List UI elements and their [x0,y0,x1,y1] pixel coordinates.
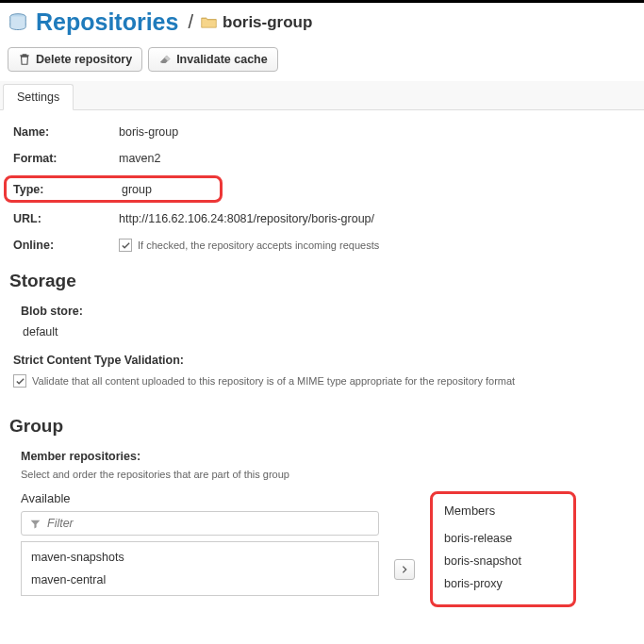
url-value: http://116.62.106.24:8081/repository/bor… [119,212,374,225]
member-repos-sub: Select and order the repositories that a… [21,469,631,480]
page-header: Repositories / boris-group [0,3,644,43]
tab-bar: Settings [0,81,644,110]
type-label: Type: [13,183,122,196]
available-heading: Available [21,491,379,505]
folder-group-icon [201,15,217,29]
tab-settings[interactable]: Settings [3,84,74,110]
check-icon [15,376,25,387]
toolbar: Delete repository Invalidate cache [0,43,644,81]
trash-icon [18,53,31,66]
type-row-highlighted: Type: group [4,175,223,203]
storage-section-title: Storage [9,271,631,291]
list-item[interactable]: boris-snapshot [444,550,562,572]
strict-validation-checkbox[interactable] [13,374,26,388]
online-help-text: If checked, the repository accepts incom… [138,239,379,251]
list-item[interactable]: maven-central [22,569,378,591]
member-repos-label: Member repositories: [21,450,631,463]
url-label: URL: [13,212,119,225]
name-label: Name: [13,125,119,139]
online-checkbox[interactable] [119,239,132,252]
members-box-highlighted: Members boris-release boris-snapshot bor… [430,491,576,607]
invalidate-cache-label: Invalidate cache [176,53,268,66]
strict-validation-help: Validate that all content uploaded to th… [32,375,515,387]
filter-input[interactable] [47,517,371,530]
check-icon [121,240,131,251]
group-section-title: Group [9,416,631,437]
format-label: Format: [13,152,119,165]
list-item[interactable]: boris-release [444,527,562,550]
name-value: boris-group [119,125,178,139]
move-right-button[interactable] [394,559,415,580]
database-icon [8,12,28,33]
filter-input-wrapper[interactable] [21,511,379,536]
format-value: maven2 [119,152,160,165]
delete-repository-label: Delete repository [36,53,132,66]
available-listbox[interactable]: maven-snapshots maven-central [21,541,379,596]
online-label: Online: [13,239,119,252]
breadcrumb-separator: / [188,11,193,33]
delete-repository-button[interactable]: Delete repository [8,47,142,72]
page-title-link[interactable]: Repositories [36,8,178,36]
breadcrumb-repo-name: boris-group [223,13,312,32]
filter-icon [29,518,41,530]
eraser-icon [158,53,172,66]
invalidate-cache-button[interactable]: Invalidate cache [148,47,278,72]
members-heading: Members [444,504,562,518]
blob-store-value: default [23,325,631,339]
list-item[interactable]: maven-snapshots [22,546,378,569]
list-item[interactable]: boris-proxy [444,572,562,595]
settings-panel: Name: boris-group Format: maven2 Type: g… [0,110,644,607]
type-value: group [122,183,152,196]
blob-store-label: Blob store: [21,305,631,318]
chevron-right-icon [400,565,409,574]
strict-validation-label: Strict Content Type Validation: [13,354,631,367]
